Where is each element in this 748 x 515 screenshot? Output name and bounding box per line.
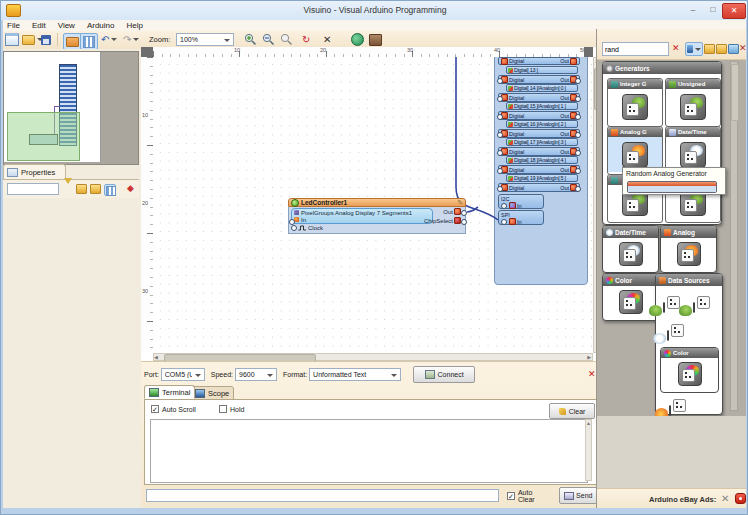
properties-filter-input[interactable]: [7, 183, 59, 195]
collapse-all-icon[interactable]: [716, 44, 727, 54]
scroll-left-icon[interactable]: ◀: [154, 354, 158, 360]
random-dice-icon[interactable]: [663, 302, 665, 313]
menu-view[interactable]: View: [52, 20, 81, 31]
undo-dropdown-icon[interactable]: [111, 38, 117, 41]
new-project-button[interactable]: [5, 33, 19, 46]
tab-terminal[interactable]: Terminal: [144, 385, 195, 399]
checkbox-checked-icon[interactable]: [151, 405, 159, 413]
connect-button[interactable]: Connect: [413, 366, 475, 383]
pin-connector[interactable]: [461, 219, 467, 225]
tab-properties[interactable]: Properties: [3, 164, 66, 180]
ruler-corner: [141, 47, 153, 57]
category-header[interactable]: Data Sources: [656, 274, 722, 286]
expand-all-icon[interactable]: [704, 44, 715, 54]
design-canvas[interactable]: Digital Out Digital[ 13 ] DigitalOut Dig…: [153, 57, 593, 353]
minimize-button[interactable]: –: [685, 3, 701, 17]
category-header[interactable]: Generators: [603, 62, 721, 74]
horizontal-scrollbar[interactable]: ◀ ▶: [153, 353, 593, 361]
clear-button[interactable]: Clear: [549, 403, 595, 419]
category-header[interactable]: Color: [603, 274, 658, 286]
filter-button[interactable]: [685, 42, 703, 56]
collapse-folder-icon[interactable]: [90, 184, 101, 194]
category-datetime[interactable]: Date/Time: [602, 225, 659, 273]
save-button[interactable]: [41, 33, 51, 46]
send-button[interactable]: Send: [559, 487, 598, 504]
toolbox-item-unsigned-generator[interactable]: Unsigned: [665, 78, 721, 127]
pin-connector[interactable]: [461, 210, 467, 216]
serial-panel: Port: COM5 (Unav Speed: 9600 Format: Unf…: [141, 361, 601, 509]
clock-pin[interactable]: Clock: [291, 225, 323, 231]
open-button[interactable]: [22, 33, 43, 46]
toolbox-empty-area: [597, 416, 747, 488]
subcategory-color[interactable]: Color: [660, 347, 719, 393]
component-header[interactable]: LedController1 ✎: [288, 198, 466, 207]
auto-scroll-checkbox[interactable]: Auto Scroll: [151, 405, 196, 413]
ledcontroller-icon: [291, 199, 299, 207]
expand-folder-icon[interactable]: [76, 184, 87, 194]
minimap-viewport[interactable]: [7, 112, 80, 161]
random-dice-icon[interactable]: [693, 302, 695, 313]
component-search-input[interactable]: [602, 42, 669, 56]
terminal-scrollbar[interactable]: ▲: [585, 419, 592, 481]
refresh-button[interactable]: ↻: [302, 33, 310, 46]
stop-icon[interactable]: [735, 493, 746, 504]
category-generators[interactable]: Generators Integer G Unsigned Analog G D…: [602, 61, 722, 225]
redo-dropdown-icon[interactable]: [133, 38, 139, 41]
pin-connector[interactable]: [291, 225, 297, 231]
out-pin[interactable]: Out: [443, 208, 462, 215]
category-header[interactable]: Analog: [661, 226, 716, 238]
toggle-grid-button[interactable]: [80, 33, 98, 50]
upload-button[interactable]: [369, 33, 382, 46]
item-header: Date/Time: [666, 127, 720, 137]
scroll-right-icon[interactable]: ▶: [587, 354, 591, 360]
serial-tools-icon[interactable]: ✕: [588, 369, 596, 379]
menu-edit[interactable]: Edit: [26, 20, 52, 31]
clear-search-icon[interactable]: ✕: [672, 43, 680, 53]
subcategory-header[interactable]: Color: [661, 348, 718, 358]
compile-button[interactable]: [351, 33, 364, 46]
menu-help[interactable]: Help: [120, 20, 148, 31]
menu-arduino[interactable]: Arduino: [81, 20, 121, 31]
terminal-output[interactable]: [150, 419, 588, 483]
filter-funnel-icon[interactable]: [64, 184, 74, 194]
speed-combobox[interactable]: 9600: [235, 368, 277, 381]
category-view-icon[interactable]: [104, 184, 116, 196]
zoom-reset-button[interactable]: [280, 33, 293, 46]
overview-minimap[interactable]: [3, 51, 139, 165]
view-mode-icon[interactable]: [728, 44, 739, 54]
component-ledcontroller[interactable]: LedController1 ✎ PixelGroups Analog Disp…: [288, 198, 466, 234]
redo-button[interactable]: ↷: [123, 33, 139, 46]
category-analog[interactable]: Analog: [660, 225, 717, 273]
send-row: Auto Clear Send: [146, 487, 598, 504]
chipselect-pin[interactable]: ChipSelect: [424, 217, 462, 224]
zoom-value: 100%: [180, 36, 198, 43]
menu-file[interactable]: File: [1, 20, 26, 31]
delete-button[interactable]: ✕: [323, 33, 331, 46]
tab-scope[interactable]: Scope: [190, 386, 234, 400]
toolbox-item-integer-generator[interactable]: Integer G: [607, 78, 663, 127]
maximize-button[interactable]: □: [705, 3, 721, 17]
close-button[interactable]: ✕: [722, 3, 746, 19]
auto-clear-checkbox[interactable]: [507, 492, 515, 500]
edit-pencil-icon[interactable]: ✎: [457, 199, 463, 207]
format-combobox[interactable]: Unformatted Text: [309, 368, 401, 381]
undo-button[interactable]: ↶: [101, 33, 117, 46]
wire-out-to-spi[interactable]: [456, 57, 498, 220]
send-input[interactable]: [146, 489, 499, 502]
category-header[interactable]: Date/Time: [603, 226, 658, 238]
random-dice-icon[interactable]: [667, 330, 669, 341]
zoom-out-button[interactable]: [262, 33, 275, 46]
category-data-sources[interactable]: Data Sources Color: [655, 273, 723, 415]
hold-checkbox[interactable]: Hold: [219, 405, 244, 413]
pin-icon[interactable]: ◆: [127, 184, 137, 194]
random-dice-icon[interactable]: [669, 405, 671, 416]
tools-icon[interactable]: ✕: [721, 493, 732, 504]
open-folder-icon: [22, 35, 35, 45]
pixelgroups-display-element[interactable]: PixelGroups Analog Display 7 Segments1 I…: [291, 208, 433, 224]
scroll-thumb[interactable]: [731, 64, 739, 121]
zoom-in-button[interactable]: [244, 33, 257, 46]
toolbox-scrollbar[interactable]: [730, 61, 738, 411]
checkbox-unchecked-icon[interactable]: [219, 405, 227, 413]
port-combobox[interactable]: COM5 (Unav: [161, 368, 205, 381]
zoom-combobox[interactable]: 100%: [176, 33, 234, 46]
